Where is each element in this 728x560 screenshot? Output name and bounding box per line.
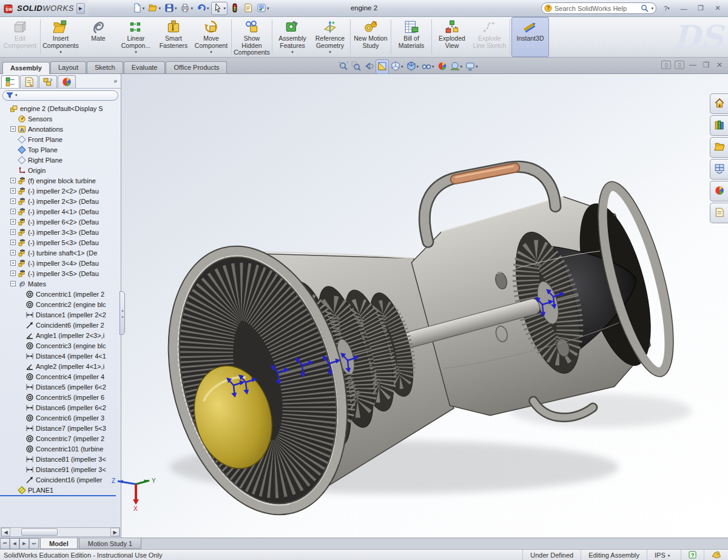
view-palette-tab[interactable] <box>710 159 728 180</box>
hide-show-items-dropdown-arrow[interactable]: ▾ <box>432 64 434 69</box>
configuration-manager-tab[interactable] <box>39 75 57 88</box>
instant3d-button[interactable]: Instant3D <box>511 17 549 57</box>
tree-item[interactable]: +(-) turbine shaft<1> (De <box>1 248 121 258</box>
engine-assembly-model[interactable] <box>121 74 728 538</box>
tree-item[interactable]: Coincident16 (impeller <box>1 474 121 485</box>
tree-item[interactable]: Distance1 (impeller 2<2 <box>1 309 121 320</box>
new-document-dropdown-arrow[interactable]: ▾ <box>143 6 145 11</box>
zoom-fit-button[interactable] <box>337 60 349 73</box>
tree-item[interactable]: Sensors <box>1 113 121 124</box>
print-button[interactable]: ▾ <box>179 2 194 15</box>
pane-toggle-right-icon[interactable]: ▯ <box>675 61 684 69</box>
tree-item[interactable]: Front Plane <box>1 134 121 144</box>
tree-item[interactable]: Concentric101 (turbine <box>1 444 121 454</box>
tree-expander[interactable]: + <box>10 126 16 132</box>
tree-item[interactable]: PLANE1 <box>1 485 121 495</box>
tree-item[interactable]: Top Plane <box>1 144 121 155</box>
assembly-features-dropdown-arrow[interactable]: ▾ <box>291 50 294 55</box>
doc-close-icon[interactable]: ✕ <box>715 61 724 69</box>
scroll-right-arrow[interactable]: ▶ <box>110 528 120 536</box>
help-search-input[interactable]: ? Search SolidWorks Help ▾ <box>541 2 656 14</box>
units-selector[interactable]: IPS ▴ <box>647 550 681 560</box>
save-button[interactable]: ▾ <box>163 2 178 15</box>
apply-scene-dropdown-arrow[interactable]: ▾ <box>460 64 463 69</box>
tree-item[interactable]: +(-) impeller 6<2> (Defau <box>1 217 121 227</box>
pane-toggle-left-icon[interactable]: ▯ <box>661 61 671 69</box>
tree-expander[interactable]: + <box>10 271 16 276</box>
tree-item[interactable]: Concentric4 (impeller 4 <box>1 371 121 382</box>
move-component-button[interactable]: Move Component▾ <box>192 17 230 57</box>
tree-item[interactable]: +(-) impeller 3<5> (Defau <box>1 268 121 278</box>
tab-motion-study-1[interactable]: Motion Study 1 <box>79 538 141 549</box>
save-dropdown-arrow[interactable]: ▾ <box>175 6 177 11</box>
options-dropdown-arrow[interactable]: ▾ <box>267 6 269 11</box>
tree-item[interactable]: Distance5 (impeller 6<2 <box>1 382 121 392</box>
section-view-button[interactable] <box>376 59 389 74</box>
search-icon[interactable] <box>641 4 649 12</box>
tree-item[interactable]: Distance91 (impeller 3< <box>1 464 121 474</box>
tree-expander[interactable]: + <box>10 188 16 194</box>
quick-tip-icon[interactable]: ? <box>681 550 704 560</box>
previous-view-button[interactable] <box>363 60 375 73</box>
insert-components-button[interactable]: Insert Components▾ <box>42 17 79 57</box>
tree-expander[interactable]: − <box>10 281 16 286</box>
tree-item[interactable]: Coincident6 (impeller 2 <box>1 320 121 330</box>
undo-button[interactable]: ▾ <box>195 2 211 15</box>
tree-item[interactable]: Distance6 (impeller 6<2 <box>1 402 121 413</box>
exploded-view-button[interactable]: Exploded View <box>433 17 471 57</box>
display-manager-tab[interactable] <box>58 75 76 88</box>
mate-button[interactable]: Mate <box>79 17 117 57</box>
tab-model[interactable]: Model <box>40 538 78 549</box>
tree-item[interactable]: Concentric1 (impeller 2 <box>1 289 121 299</box>
tab-scroll-last-button[interactable]: ⏭ <box>29 538 39 549</box>
tree-item[interactable]: +(-) impeller 5<3> (Defau <box>1 237 121 248</box>
open-document-button[interactable]: ▾ <box>147 2 162 15</box>
display-style-dropdown-arrow[interactable]: ▾ <box>417 64 419 69</box>
apply-scene-button[interactable]: ▾ <box>449 60 464 73</box>
tab-layout[interactable]: Layout <box>50 61 86 73</box>
undo-dropdown-arrow[interactable]: ▾ <box>207 6 209 11</box>
home-tab[interactable] <box>710 93 728 114</box>
tree-item[interactable]: Angle1 (impeller 2<3>,i <box>1 330 121 340</box>
print-dropdown-arrow[interactable]: ▾ <box>190 6 193 11</box>
edit-appearance-button[interactable] <box>436 60 448 73</box>
tree-item[interactable]: +AAnnotations <box>1 124 121 134</box>
file-explorer-tab[interactable] <box>710 137 728 158</box>
tab-evaluate[interactable]: Evaluate <box>124 61 166 73</box>
tab-assembly[interactable]: Assembly <box>2 62 50 74</box>
search-dropdown-arrow[interactable]: ▾ <box>651 6 653 11</box>
zoom-area-button[interactable] <box>350 60 362 73</box>
view-orientation-button[interactable]: ▾ <box>389 60 405 73</box>
tree-item[interactable]: Concentric2 (engine blc <box>1 299 121 309</box>
tab-sketch[interactable]: Sketch <box>87 61 123 73</box>
doc-minimize-icon[interactable]: — <box>688 61 698 69</box>
filter-input[interactable]: ▾ <box>2 90 118 101</box>
tree-expander[interactable]: + <box>10 260 16 266</box>
scroll-thumb[interactable] <box>21 528 58 536</box>
tree-item[interactable]: +(-) impeller 2<3> (Defau <box>1 196 121 206</box>
feature-manager-tab[interactable] <box>1 75 19 88</box>
options-button[interactable]: ▾ <box>255 2 271 15</box>
panel-horizontal-scrollbar[interactable]: ◀ ▶ <box>1 527 120 537</box>
filter-dropdown-arrow[interactable]: ▾ <box>15 93 18 98</box>
tab-scroll-next-button[interactable]: ▶ <box>19 538 29 549</box>
tree-item[interactable]: Concentric6 (impeller 3 <box>1 413 121 423</box>
rebuild-button[interactable] <box>229 2 241 15</box>
tree-item[interactable]: Concentric3 (engine blc <box>1 340 121 351</box>
tree-item[interactable]: +(-) impeller 4<1> (Defau <box>1 206 121 217</box>
linear-component-pattern-button[interactable]: Linear Compon...▾ <box>117 17 155 57</box>
tree-item[interactable]: Distance4 (impeller 4<1 <box>1 351 121 361</box>
reference-geometry-button[interactable]: Reference Geometry▾ <box>311 17 349 57</box>
tab-scroll-first-button[interactable]: ⏮ <box>0 538 10 549</box>
tree-item[interactable]: Concentric7 (impeller 2 <box>1 433 121 444</box>
tree-item[interactable]: +(f) engine block turbine <box>1 175 121 186</box>
tree-item[interactable]: Origin <box>1 165 121 175</box>
tree-item[interactable]: Distance81 (impeller 3< <box>1 454 121 464</box>
rollback-bar[interactable] <box>0 495 116 496</box>
move-component-dropdown-arrow[interactable]: ▾ <box>210 50 212 55</box>
tree-item[interactable]: +(-) impeller 3<4> (Defau <box>1 258 121 268</box>
minimize-button[interactable]: — <box>677 3 690 14</box>
new-document-button[interactable]: ▾ <box>131 2 146 15</box>
insert-components-dropdown-arrow[interactable]: ▾ <box>59 50 62 55</box>
linear-component-pattern-dropdown-arrow[interactable]: ▾ <box>135 50 137 55</box>
